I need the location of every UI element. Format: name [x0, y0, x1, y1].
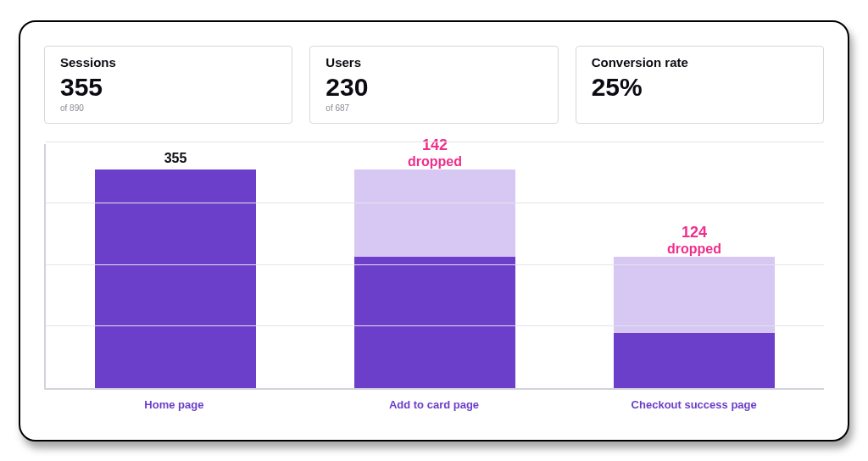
funnel-step-x-label: Add to card page	[304, 398, 565, 411]
funnel-step-dropped-value: 142	[354, 136, 515, 154]
card-users-sub: of 687	[326, 103, 542, 113]
card-sessions-sub: of 890	[60, 103, 276, 113]
funnel-chart-x-labels: Home pageAdd to card pageCheckout succes…	[44, 398, 824, 411]
chart-gridline	[46, 264, 824, 265]
funnel-step: 89124dropped	[565, 144, 824, 388]
funnel-step-dropped-label: dropped	[614, 242, 775, 257]
funnel-chart-bars: 355213142dropped89124dropped	[46, 144, 824, 388]
funnel-step-x-label: Home page	[44, 398, 304, 411]
card-users: Users 230 of 687	[309, 46, 558, 124]
funnel-step-dropped-bar	[354, 169, 515, 257]
funnel-step-dropped-value: 124	[614, 224, 775, 242]
funnel-step-x-label: Checkout success page	[564, 398, 824, 411]
card-conversion-value: 25%	[592, 73, 808, 102]
funnel-step-stack: 89124dropped	[614, 257, 775, 387]
funnel-step-remaining-value: 355	[95, 151, 256, 166]
card-sessions: Sessions 355 of 890	[44, 46, 292, 124]
chart-gridline	[46, 203, 824, 203]
funnel-step-remaining-bar	[614, 333, 775, 388]
funnel-step: 355	[46, 144, 305, 388]
summary-cards-row: Sessions 355 of 890 Users 230 of 687 Con…	[44, 46, 824, 124]
card-users-title: Users	[326, 55, 542, 69]
card-sessions-title: Sessions	[60, 55, 276, 69]
dashboard-panel: Sessions 355 of 890 Users 230 of 687 Con…	[19, 20, 849, 442]
funnel-step-dropped-bar	[614, 257, 775, 333]
funnel-chart: 355213142dropped89124dropped	[44, 144, 824, 390]
card-users-value: 230	[326, 73, 542, 102]
chart-gridline	[46, 325, 824, 326]
card-conversion-title: Conversion rate	[592, 55, 808, 69]
funnel-step-remaining-bar	[354, 257, 515, 387]
funnel-step-dropped-label: dropped	[354, 154, 515, 169]
chart-gridline	[46, 142, 824, 142]
funnel-step: 213142dropped	[305, 144, 565, 388]
card-conversion: Conversion rate 25%	[576, 46, 824, 124]
card-sessions-value: 355	[60, 73, 276, 102]
